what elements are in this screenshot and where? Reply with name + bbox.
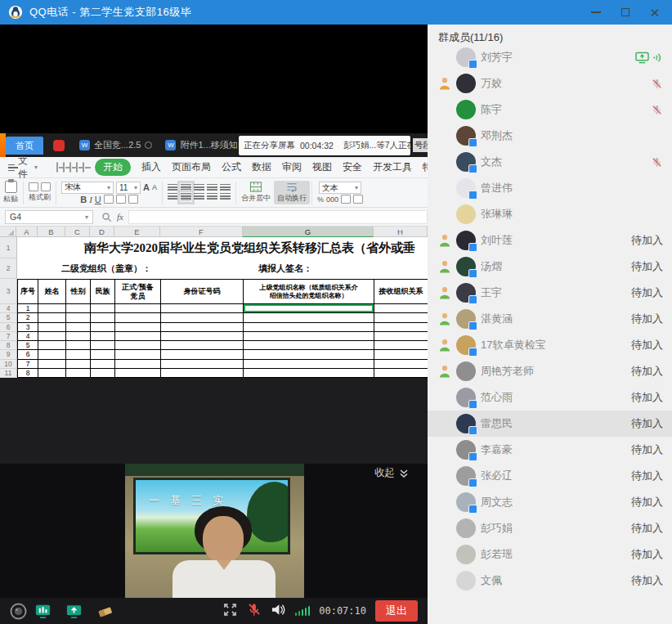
save-icon[interactable] <box>56 162 58 173</box>
align-bottom-icon[interactable] <box>194 184 204 192</box>
header-cell[interactable]: 序号 <box>17 279 38 304</box>
justify-icon[interactable] <box>207 193 217 201</box>
empty-cell[interactable] <box>91 332 115 341</box>
row-header[interactable]: 1 <box>0 237 17 258</box>
bold-button[interactable]: B <box>80 195 87 204</box>
empty-cell[interactable] <box>161 360 244 369</box>
ribbon-tab[interactable]: 开始 <box>95 159 131 176</box>
presentation-share-button[interactable] <box>34 603 52 620</box>
empty-cell[interactable] <box>115 332 161 341</box>
print-icon[interactable] <box>63 162 65 173</box>
empty-cell[interactable] <box>66 369 91 378</box>
microphone-muted-button[interactable] <box>246 602 262 621</box>
member-row[interactable]: 周文志 待加入 <box>428 489 672 515</box>
ribbon-tab[interactable]: 插入 <box>141 160 161 174</box>
column-header[interactable]: H <box>374 227 428 237</box>
empty-cell[interactable] <box>66 360 91 369</box>
row-header[interactable]: 3 <box>0 279 17 304</box>
ribbon-tab[interactable]: 审阅 <box>282 160 302 174</box>
format-painter-button[interactable]: 格式刷 <box>29 192 51 203</box>
font-increase-button[interactable]: A <box>143 182 150 192</box>
collapse-video-button[interactable]: 收起 <box>374 466 410 480</box>
empty-cell[interactable] <box>66 313 91 322</box>
member-row[interactable]: 曾进伟 <box>428 175 672 201</box>
font-color-icon[interactable] <box>128 195 138 204</box>
serial-cell[interactable]: 3 <box>17 323 38 332</box>
member-row[interactable]: 张必辽 待加入 <box>428 463 672 489</box>
serial-cell[interactable]: 8 <box>17 369 38 378</box>
serial-cell[interactable]: 5 <box>17 341 38 350</box>
empty-cell[interactable] <box>244 341 374 350</box>
empty-cell[interactable] <box>91 313 115 322</box>
member-row[interactable]: 范心雨 待加入 <box>428 384 672 411</box>
header-cell[interactable]: 身份证号码 <box>161 279 244 304</box>
row-header[interactable]: 9 <box>0 350 17 359</box>
serial-cell[interactable]: 2 <box>17 313 38 322</box>
empty-cell[interactable] <box>161 332 244 341</box>
empty-cell[interactable] <box>161 341 244 350</box>
member-row[interactable]: 周艳芳老师 待加入 <box>428 358 672 384</box>
empty-cell[interactable] <box>38 341 66 350</box>
member-row[interactable]: 邓荆杰 <box>428 123 672 149</box>
row-header[interactable]: 4 <box>0 304 17 313</box>
empty-cell[interactable] <box>38 304 66 313</box>
align-middle-icon[interactable] <box>181 184 191 192</box>
decrease-decimal-icon[interactable] <box>353 195 363 204</box>
indent-increase-icon[interactable] <box>220 184 231 192</box>
empty-cell[interactable] <box>91 360 115 369</box>
empty-cell[interactable] <box>66 323 91 332</box>
ribbon-tab[interactable]: 数据 <box>252 160 271 174</box>
wps-doc-tab-1[interactable]: W 全国竞...2.5 <box>73 137 159 155</box>
empty-cell[interactable] <box>91 350 115 359</box>
empty-cell[interactable] <box>91 323 115 332</box>
member-row[interactable]: 文杰 <box>428 149 672 175</box>
exit-call-button[interactable]: 退出 <box>375 600 418 622</box>
distribute-icon[interactable] <box>220 193 231 201</box>
empty-cell[interactable] <box>38 313 66 322</box>
percent-style-button[interactable]: % <box>317 195 324 204</box>
row-header[interactable]: 8 <box>0 341 17 350</box>
empty-cell[interactable] <box>161 350 244 359</box>
fill-color-icon[interactable] <box>116 195 126 204</box>
empty-cell[interactable] <box>161 369 244 378</box>
font-size-select[interactable]: 11 ▾ <box>116 182 141 194</box>
close-button[interactable]: ✕ <box>646 3 664 21</box>
row-header[interactable]: 7 <box>0 332 17 341</box>
cut-icon[interactable] <box>29 182 38 191</box>
serial-cell[interactable]: 7 <box>17 360 38 369</box>
empty-cell[interactable] <box>115 369 161 378</box>
empty-cell[interactable] <box>38 369 66 378</box>
member-row[interactable]: 刘叶莲 待加入 <box>428 227 672 254</box>
empty-cell[interactable] <box>244 313 374 322</box>
member-row[interactable]: 汤熠 待加入 <box>428 254 672 280</box>
column-header[interactable]: D <box>90 227 114 237</box>
empty-cell[interactable] <box>374 350 428 359</box>
ribbon-tab[interactable]: 开发工具 <box>373 160 412 174</box>
empty-cell[interactable] <box>244 369 374 378</box>
empty-cell[interactable] <box>66 332 91 341</box>
row-header[interactable]: 2 <box>0 258 17 279</box>
row-header[interactable]: 6 <box>0 323 17 332</box>
zoom-search-icon[interactable] <box>101 212 112 222</box>
copy-icon[interactable] <box>41 182 51 191</box>
speaker-button[interactable] <box>271 603 286 620</box>
empty-cell[interactable] <box>115 360 161 369</box>
serial-cell[interactable]: 1 <box>17 304 38 313</box>
header-cell[interactable]: 民族 <box>91 279 115 304</box>
minimize-button[interactable] <box>587 3 605 21</box>
comma-style-button[interactable]: 000 <box>326 195 338 204</box>
empty-cell[interactable] <box>244 350 374 359</box>
empty-cell[interactable] <box>374 313 428 322</box>
align-top-icon[interactable] <box>168 184 178 192</box>
number-format-select[interactable]: 文本 ▾ <box>319 182 361 194</box>
empty-cell[interactable] <box>66 304 91 313</box>
empty-cell[interactable] <box>115 350 161 359</box>
empty-cell[interactable] <box>66 341 91 350</box>
camera-video-feed[interactable]: 一基三实 <box>125 464 304 598</box>
column-header[interactable]: G <box>243 227 374 237</box>
empty-cell[interactable] <box>38 360 66 369</box>
wrap-text-button[interactable]: 自动换行 <box>274 181 310 204</box>
formula-input[interactable] <box>128 210 428 224</box>
empty-cell[interactable] <box>91 341 115 350</box>
member-row[interactable]: 彭巧娟 待加入 <box>428 515 672 541</box>
